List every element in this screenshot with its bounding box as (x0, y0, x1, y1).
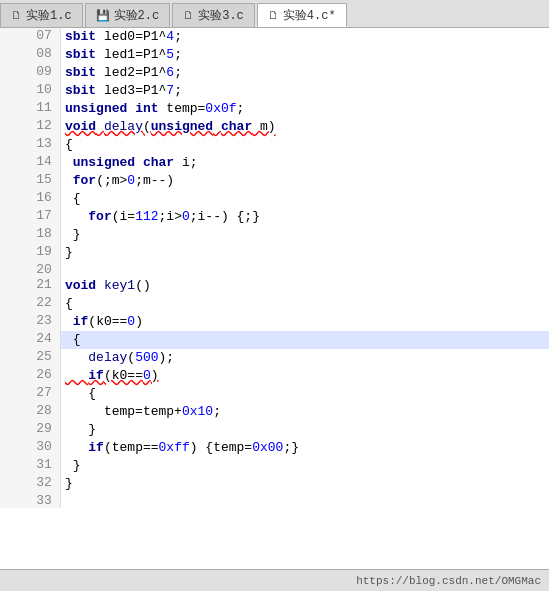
table-row: 10sbit led3=P1^7; (0, 82, 549, 100)
line-number: 16 (0, 190, 60, 208)
line-code: } (60, 421, 549, 439)
table-row: 28 temp=temp+0x10; (0, 403, 549, 421)
line-number: 07 (0, 28, 60, 46)
table-row: 22{ (0, 295, 549, 313)
line-code: { (60, 295, 549, 313)
line-code: void key1() (60, 277, 549, 295)
table-row: 08sbit led1=P1^5; (0, 46, 549, 64)
line-number: 13 (0, 136, 60, 154)
tab-tab1[interactable]: 🗋实验1.c (0, 3, 83, 27)
line-code: sbit led0=P1^4; (60, 28, 549, 46)
line-code: { (60, 190, 549, 208)
line-number: 11 (0, 100, 60, 118)
status-bar: https://blog.csdn.net/OMGMac (0, 569, 549, 591)
line-number: 32 (0, 475, 60, 493)
table-row: 24 { (0, 331, 549, 349)
line-number: 12 (0, 118, 60, 136)
line-number: 24 (0, 331, 60, 349)
table-row: 26 if(k0==0) (0, 367, 549, 385)
line-number: 22 (0, 295, 60, 313)
tab-icon-tab4: 🗋 (268, 9, 279, 22)
line-code: delay(500); (60, 349, 549, 367)
line-code: } (60, 457, 549, 475)
table-row: 12void delay(unsigned char m) (0, 118, 549, 136)
table-row: 15 for(;m>0;m--) (0, 172, 549, 190)
table-row: 16 { (0, 190, 549, 208)
line-code: { (60, 136, 549, 154)
line-number: 29 (0, 421, 60, 439)
table-row: 33 (0, 493, 549, 508)
line-number: 30 (0, 439, 60, 457)
line-number: 27 (0, 385, 60, 403)
line-code: unsigned char i; (60, 154, 549, 172)
tab-icon-tab2: 💾 (96, 9, 110, 22)
table-row: 19} (0, 244, 549, 262)
table-row: 18 } (0, 226, 549, 244)
tab-label-tab4: 实验4.c* (283, 7, 336, 24)
line-number: 17 (0, 208, 60, 226)
status-url: https://blog.csdn.net/OMGMac (356, 575, 541, 587)
line-number: 28 (0, 403, 60, 421)
tab-icon-tab3: 🗋 (183, 9, 194, 22)
tab-label-tab2: 实验2.c (114, 7, 160, 24)
line-code: { (60, 331, 549, 349)
line-number: 23 (0, 313, 60, 331)
code-area[interactable]: 07sbit led0=P1^4;08sbit led1=P1^5;09sbit… (0, 28, 549, 569)
line-number: 33 (0, 493, 60, 508)
line-number: 20 (0, 262, 60, 277)
line-code: if(k0==0) (60, 313, 549, 331)
line-number: 09 (0, 64, 60, 82)
line-number: 18 (0, 226, 60, 244)
line-number: 31 (0, 457, 60, 475)
line-code: } (60, 475, 549, 493)
table-row: 14 unsigned char i; (0, 154, 549, 172)
line-code: temp=temp+0x10; (60, 403, 549, 421)
table-row: 23 if(k0==0) (0, 313, 549, 331)
line-code: for(;m>0;m--) (60, 172, 549, 190)
line-number: 10 (0, 82, 60, 100)
table-row: 30 if(temp==0xff) {temp=0x00;} (0, 439, 549, 457)
table-row: 27 { (0, 385, 549, 403)
tab-label-tab3: 实验3.c (198, 7, 244, 24)
table-row: 32} (0, 475, 549, 493)
code-table: 07sbit led0=P1^4;08sbit led1=P1^5;09sbit… (0, 28, 549, 508)
line-code: unsigned int temp=0x0f; (60, 100, 549, 118)
line-number: 21 (0, 277, 60, 295)
line-code: } (60, 226, 549, 244)
table-row: 29 } (0, 421, 549, 439)
line-code (60, 262, 549, 277)
line-code: } (60, 244, 549, 262)
line-number: 08 (0, 46, 60, 64)
line-number: 14 (0, 154, 60, 172)
line-code: void delay(unsigned char m) (60, 118, 549, 136)
tab-bar: 🗋实验1.c💾实验2.c🗋实验3.c🗋实验4.c* (0, 0, 549, 28)
table-row: 13{ (0, 136, 549, 154)
table-row: 20 (0, 262, 549, 277)
line-code: sbit led1=P1^5; (60, 46, 549, 64)
line-code: sbit led3=P1^7; (60, 82, 549, 100)
line-number: 26 (0, 367, 60, 385)
table-row: 25 delay(500); (0, 349, 549, 367)
tab-tab3[interactable]: 🗋实验3.c (172, 3, 255, 27)
table-row: 09sbit led2=P1^6; (0, 64, 549, 82)
table-row: 17 for(i=112;i>0;i--) {;} (0, 208, 549, 226)
line-code: for(i=112;i>0;i--) {;} (60, 208, 549, 226)
table-row: 31 } (0, 457, 549, 475)
table-row: 11unsigned int temp=0x0f; (0, 100, 549, 118)
line-code: { (60, 385, 549, 403)
table-row: 07sbit led0=P1^4; (0, 28, 549, 46)
line-code: if(temp==0xff) {temp=0x00;} (60, 439, 549, 457)
tab-icon-tab1: 🗋 (11, 9, 22, 22)
line-number: 25 (0, 349, 60, 367)
tab-tab4[interactable]: 🗋实验4.c* (257, 3, 347, 27)
line-code (60, 493, 549, 508)
line-code: if(k0==0) (60, 367, 549, 385)
line-number: 15 (0, 172, 60, 190)
tab-label-tab1: 实验1.c (26, 7, 72, 24)
tab-tab2[interactable]: 💾实验2.c (85, 3, 171, 27)
line-number: 19 (0, 244, 60, 262)
line-code: sbit led2=P1^6; (60, 64, 549, 82)
table-row: 21void key1() (0, 277, 549, 295)
